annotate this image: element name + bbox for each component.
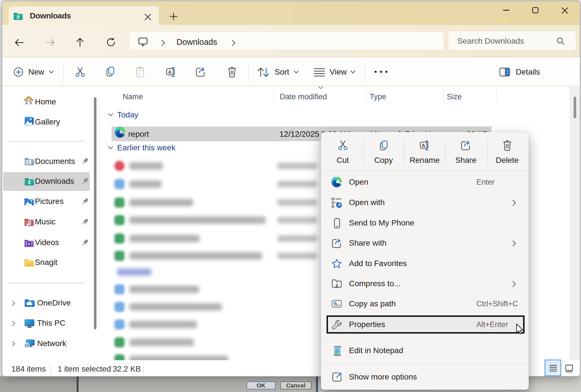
svg-text:A: A [168,69,172,75]
svg-text:A: A [422,143,425,148]
